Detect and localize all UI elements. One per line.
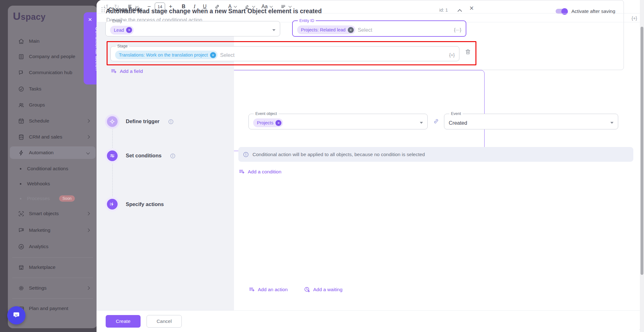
close-icon[interactable]: × [84,15,97,24]
sidebar-item-label: Marketing [29,227,50,233]
entity-select[interactable]: Entity Lead× [105,19,280,36]
chevron-down-icon [252,4,255,8]
sidebar-item-marketplace[interactable]: Marketplace [10,261,96,274]
sidebar-divider [12,298,93,299]
chevron-down-icon [234,4,237,8]
create-button[interactable]: Create [106,315,141,328]
bullet-icon [20,168,21,170]
specify-actions-label: Specify actions [126,201,164,207]
sidebar-item-label: Groups [29,102,45,108]
event-object-chip: Projects× [253,118,283,127]
sidebar-item-label: Processes [27,196,50,201]
playlist-add-icon [248,286,255,293]
chevron-down-icon [270,4,273,8]
sidebar-divider [12,278,93,278]
sidebar-item-settings[interactable]: Settings [10,282,96,294]
entity-id-label: Entity ID [298,19,316,23]
sidebar-item-smart-objects[interactable]: Smart objects [10,207,96,220]
remove-chip-icon[interactable]: × [275,120,281,126]
lightning-icon [107,199,118,210]
link-button[interactable] [214,4,220,10]
support-chat-button[interactable] [7,306,25,324]
entity-id-chip: Projects: Related lead× [297,25,355,34]
font-size-value[interactable]: 14 [155,3,165,11]
sidebar-item-label: Plan and payment [29,306,68,311]
sidebar-item-communication-hub[interactable]: Communication hub [10,66,96,79]
annotation-highlight [107,41,476,65]
sidebar-item-analytics[interactable]: Analytics [10,240,96,253]
event-select[interactable]: Event Created [444,112,618,129]
add-field-button[interactable]: Add a field [110,68,143,74]
clock-add-icon [304,286,310,293]
chevron-right-icon [86,119,90,122]
event-object-select[interactable]: Event object Projects× [248,112,428,129]
sidebar-item-label: Smart objects [29,211,59,216]
event-value: Created [449,120,467,126]
sidebar-item-groups[interactable]: Groups [10,99,96,111]
set-conditions-label: Set conditions [126,153,162,159]
chevron-right-icon [86,228,90,232]
editor-toolbar: ↺ ↻ − 14 + B I U A Aa [97,0,644,14]
uspacy-logo: Uspacy [13,10,46,22]
italic-button[interactable]: I [194,3,196,10]
event-label: Event [449,112,463,116]
align-button[interactable] [280,4,291,10]
increase-font-button[interactable]: + [169,3,172,10]
bold-button[interactable]: B [182,4,186,9]
cancel-button[interactable]: Cancel [147,315,182,328]
sidebar-item-label: Main [29,38,40,44]
text-style-button[interactable]: Aa [262,4,273,9]
sidebar-item-company[interactable]: Company and people [10,50,96,63]
conditional-action-tab[interactable]: × Conditional action [84,12,97,84]
dropdown-arrow-icon[interactable] [610,122,613,124]
add-condition-button[interactable]: Add a condition [238,168,281,175]
link-fields-icon[interactable] [433,118,440,125]
sidebar-item-label: Schedule [29,118,49,124]
target-icon [107,116,118,127]
sidebar-item-tasks[interactable]: Tasks [10,83,96,95]
chevron-right-icon [86,135,90,139]
decrease-font-button[interactable]: − [147,3,151,10]
megaphone-icon [18,227,25,234]
sidebar-item-conditional-actions[interactable]: Conditional actions [10,163,96,174]
chat-bubble-icon [12,310,21,320]
text-color-button[interactable]: A [228,4,236,9]
sidebar-item-automation[interactable]: Automation [10,146,96,159]
smart-objects-icon [18,210,25,217]
sidebar-item-schedule[interactable]: Schedule [10,115,96,127]
remove-chip-icon[interactable]: × [126,27,132,33]
info-icon[interactable] [168,119,174,125]
entity-label: Entity [111,19,124,23]
close-icon[interactable]: × [469,4,474,13]
dropdown-arrow-icon[interactable] [272,29,275,31]
sidebar-item-main[interactable]: Main [10,35,96,47]
entity-id-select[interactable]: Entity ID Projects: Related lead× Select… [292,19,466,37]
sidebar-item-label: Tasks [29,86,42,92]
step-connector [112,129,113,148]
home-icon [18,38,25,45]
sidebar-item-label: Conditional actions [27,166,68,171]
remove-chip-icon[interactable]: × [348,27,354,33]
scrollbar-track[interactable] [640,0,644,332]
underline-button[interactable]: U [203,4,207,9]
sidebar-item-crm[interactable]: CRM and sales [10,131,96,143]
insert-variable-button[interactable]: {+} [631,16,637,21]
scrollbar-thumb[interactable] [641,27,643,275]
info-icon[interactable] [170,153,176,159]
highlight-button[interactable] [244,4,255,10]
event-object-label: Event object [254,112,279,116]
dropdown-arrow-icon[interactable] [420,122,423,124]
add-waiting-button[interactable]: Add a waiting [304,286,342,293]
calendar-icon [18,118,25,124]
chevron-down-icon [289,4,292,8]
sidebar-divider [12,257,93,258]
sidebar-item-label: CRM and sales [29,134,62,140]
drag-handle[interactable] [102,7,105,12]
sidebar-item-marketing[interactable]: Marketing [10,224,96,237]
insert-variable-button[interactable]: {⋯} [454,27,461,32]
footer-divider [97,310,644,311]
chat-phone-icon [18,69,25,76]
sidebar-item-webhooks[interactable]: Webhooks [10,178,96,189]
add-action-button[interactable]: Add an action [248,286,288,293]
sidebar-item-label: Company and people [29,54,75,59]
